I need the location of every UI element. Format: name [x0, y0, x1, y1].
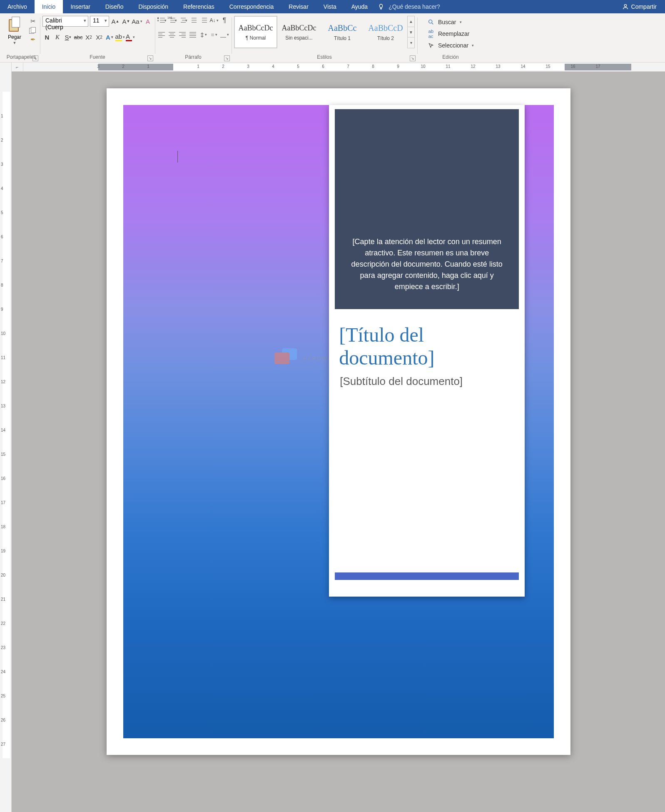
vruler-tick: 3	[1, 162, 3, 167]
find-button[interactable]: Buscar ▾	[427, 17, 474, 27]
shrink-font-button[interactable]: A▼	[122, 17, 131, 26]
copy-button[interactable]	[28, 27, 37, 34]
ruler-tick: 4	[272, 64, 274, 69]
vruler-tick: 2	[1, 138, 3, 142]
menu-tab-inicio[interactable]: Inicio	[35, 0, 63, 13]
clear-formatting-button[interactable]: A	[143, 17, 152, 26]
tellme-input[interactable]	[389, 3, 455, 10]
ruler-tick: 14	[521, 64, 525, 69]
ruler-tick: 7	[347, 64, 349, 69]
document-stage: 1234567891011121314151617181920212223242…	[0, 62, 665, 812]
menu-tab-referencias[interactable]: Referencias	[176, 0, 222, 13]
style-heading1[interactable]: AaBbCc Título 1	[321, 16, 364, 48]
font-name-combo[interactable]: Calibri (Cuerp	[42, 16, 88, 27]
group-styles: AaBbCcDc ¶ Normal AaBbCcDc Sin espaci...…	[232, 15, 417, 62]
group-editing: Buscar ▾ abac Reemplazar Seleccionar ▾ E…	[417, 15, 484, 62]
select-button[interactable]: Seleccionar ▾	[427, 40, 474, 51]
style-name: Sin espaci...	[285, 35, 312, 41]
menu-tab-insertar[interactable]: Insertar	[63, 0, 97, 13]
replace-icon: abac	[427, 29, 435, 39]
grow-font-button[interactable]: A▲	[111, 17, 120, 26]
cover-title[interactable]: [Título del documento]	[339, 323, 515, 369]
group-styles-label: Estilos	[317, 53, 331, 61]
text-effects-button[interactable]: A	[105, 32, 114, 42]
decrease-indent-button[interactable]	[189, 16, 198, 25]
find-label: Buscar	[438, 19, 456, 25]
borders-button[interactable]	[220, 30, 229, 39]
replace-label: Reemplazar	[438, 30, 469, 37]
style-heading2[interactable]: AaBbCcD Título 2	[364, 16, 407, 48]
align-left-button[interactable]	[157, 30, 167, 39]
menu-tab-vista[interactable]: Vista	[316, 0, 344, 13]
paste-button[interactable]: Pegar ▼	[5, 16, 24, 46]
font-launcher[interactable]: ↘	[147, 55, 153, 61]
ruler-tick: 13	[496, 64, 500, 69]
replace-button[interactable]: abac Reemplazar	[427, 28, 474, 39]
multilevel-button[interactable]	[178, 16, 187, 25]
font-size-combo[interactable]: 11	[90, 16, 109, 27]
highlight-button[interactable]: ab	[115, 32, 125, 42]
vruler-tick: 27	[1, 742, 5, 747]
style-sample: AaBbCcD	[368, 23, 403, 33]
group-font: Calibri (Cuerp 11 A▲ A▼ Aa A N K S▾ abc …	[40, 15, 155, 62]
cover-summary-box[interactable]: [Capte la atención del lector con un res…	[335, 109, 519, 309]
align-right-button[interactable]	[178, 30, 187, 39]
styles-expand-button[interactable]: ▾	[408, 37, 414, 48]
page[interactable]: HARDWARESFERA [Capte la atención del lec…	[107, 88, 570, 755]
bold-button[interactable]: N	[42, 32, 52, 42]
clipboard-launcher[interactable]: ↘	[32, 55, 38, 61]
style-normal[interactable]: AaBbCcDc ¶ Normal	[234, 16, 277, 48]
subscript-button[interactable]: X2	[84, 32, 93, 42]
menu-tab-archivo[interactable]: Archivo	[0, 0, 35, 13]
styles-down-button[interactable]: ▼	[408, 27, 414, 38]
share-button[interactable]: Compartir	[614, 0, 665, 13]
outdent-icon	[189, 17, 197, 24]
cover-subtitle[interactable]: [Subtítulo del documento]	[340, 375, 514, 388]
change-case-button[interactable]: Aa	[132, 17, 142, 26]
bullets-button[interactable]	[157, 16, 167, 25]
styles-launcher[interactable]: ↘	[410, 55, 416, 61]
styles-up-button[interactable]: ▲	[408, 16, 414, 27]
underline-button[interactable]: S▾	[63, 32, 72, 42]
style-nospacing[interactable]: AaBbCcDc Sin espaci...	[277, 16, 321, 48]
menu-tab-diseno[interactable]: Diseño	[98, 0, 131, 13]
horizontal-ruler[interactable]: 3211234567891011121314151617	[23, 62, 665, 71]
align-center-button[interactable]	[168, 30, 177, 39]
vruler-tick: 6	[1, 235, 3, 239]
superscript-button[interactable]: X2	[95, 32, 104, 42]
menu-tab-disposicion[interactable]: Disposición	[131, 0, 176, 13]
style-sample: AaBbCc	[328, 23, 357, 33]
vruler-tick: 7	[1, 259, 3, 263]
numbering-button[interactable]	[168, 16, 177, 25]
ruler-tick: 2	[222, 64, 224, 69]
cut-button[interactable]	[28, 17, 37, 25]
menu-tab-revisar[interactable]: Revisar	[281, 0, 316, 13]
vertical-ruler[interactable]: 1234567891011121314151617181920212223242…	[0, 62, 12, 812]
menu-tab-ayuda[interactable]: Ayuda	[344, 0, 375, 13]
cover-summary-text[interactable]: [Capte la atención del lector con un res…	[347, 236, 506, 292]
increase-indent-button[interactable]	[199, 16, 208, 25]
shading-button[interactable]	[209, 30, 219, 39]
cover-card[interactable]: [Capte la atención del lector con un res…	[329, 105, 525, 597]
font-color-button[interactable]: A	[126, 32, 135, 42]
ruler-tick: 3	[247, 64, 249, 69]
strikethrough-button[interactable]: abc	[74, 32, 83, 42]
person-icon	[622, 3, 629, 10]
justify-button[interactable]	[189, 30, 198, 39]
ruler-tick: 5	[297, 64, 299, 69]
sort-button[interactable]: A↓	[209, 16, 219, 25]
line-spacing-button[interactable]: ‡	[199, 30, 208, 39]
tellme-field[interactable]	[387, 0, 463, 13]
show-marks-button[interactable]: ¶	[220, 16, 229, 25]
bullets-icon	[157, 17, 164, 24]
menu-tab-correspondencia[interactable]: Correspondencia	[222, 0, 281, 13]
chevron-down-icon: ▾	[472, 43, 474, 47]
group-font-label: Fuente	[90, 53, 105, 61]
paragraph-launcher[interactable]: ↘	[224, 55, 230, 61]
group-editing-label: Edición	[442, 53, 458, 61]
italic-button[interactable]: K	[53, 32, 62, 42]
cursor-icon	[427, 42, 435, 48]
tab-selector[interactable]: ⌐	[12, 62, 23, 71]
format-painter-button[interactable]	[28, 36, 37, 43]
document-canvas[interactable]: HARDWARESFERA [Capte la atención del lec…	[12, 72, 665, 812]
